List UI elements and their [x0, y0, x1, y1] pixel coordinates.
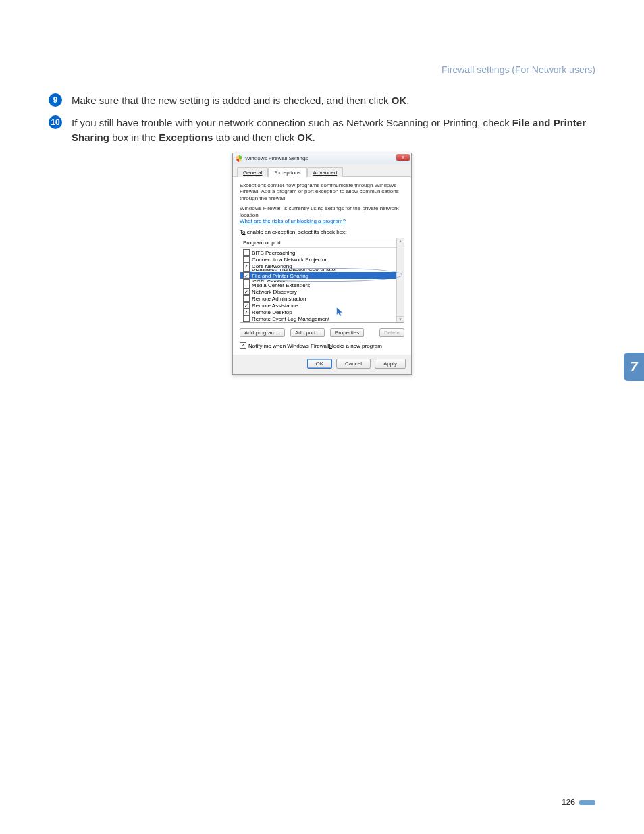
dialog-tabs: General Exceptions Advanced — [233, 164, 411, 177]
list-item-checkbox[interactable] — [243, 315, 250, 322]
step-10-mid2: tab and then click — [213, 132, 297, 143]
list-item-label: File and Printer Sharing — [252, 273, 308, 279]
list-item[interactable]: BITS Peercaching — [240, 249, 404, 256]
delete-button[interactable]: Delete — [379, 328, 404, 337]
list-item[interactable]: ✓Remote Assistance — [240, 302, 404, 309]
step-9-number: 9 — [49, 93, 62, 107]
tab-exceptions[interactable]: Exceptions — [268, 167, 306, 177]
step-9-text: Make sure that the new setting is added … — [72, 93, 409, 109]
step-10-pre: If you still have trouble with your netw… — [72, 117, 512, 128]
step-10-text: If you still have trouble with your netw… — [72, 115, 595, 146]
list-item[interactable]: Media Center Extenders — [240, 282, 404, 288]
apply-button[interactable]: Apply — [375, 359, 406, 369]
list-item-checkbox[interactable]: ✓ — [243, 263, 250, 269]
dialog-desc1: Exceptions control how programs communic… — [240, 182, 404, 202]
dialog-desc2-pre: Windows Firewall is currently using sett… — [240, 205, 399, 218]
list-item-checkbox[interactable] — [243, 249, 250, 256]
list-item[interactable]: Remote Event Log Management — [240, 315, 404, 322]
list-item-checkbox[interactable]: ✓ — [243, 302, 250, 309]
list-item-checkbox[interactable]: ✓ — [243, 309, 250, 315]
list-scrollbar[interactable]: ▲ ▼ — [396, 238, 404, 322]
list-item-label: Connect to a Network Projector — [252, 257, 327, 263]
step-9-bold: OK — [392, 95, 407, 106]
scroll-down-icon[interactable]: ▼ — [397, 316, 404, 322]
step-10: 10 If you still have trouble with your n… — [49, 115, 595, 146]
dialog-titlebar: Windows Firewall Settings x — [233, 153, 411, 164]
list-item[interactable]: Connect to a Network Projector — [240, 256, 404, 263]
tab-advanced-label: Advanced — [313, 170, 338, 176]
list-item-checkbox[interactable]: ✓ — [243, 288, 250, 295]
list-item-checkbox[interactable] — [243, 282, 250, 288]
step-9-pre: Make sure that the new setting is added … — [72, 95, 392, 106]
list-item[interactable]: ✓File and Printer Sharing — [240, 272, 404, 279]
page-header-right: Firewall settings (For Network users) — [441, 64, 595, 75]
step-9: 9 Make sure that the new setting is adde… — [49, 93, 595, 109]
add-port-button[interactable]: Add port... — [290, 328, 325, 337]
list-item[interactable]: ✓Remote Desktop — [240, 309, 404, 315]
list-item-label: Remote Event Log Management — [252, 316, 329, 322]
list-item[interactable]: Remote Scheduled Tasks Management — [240, 322, 404, 323]
page-number: 126 — [562, 798, 595, 807]
list-item-label: Remote Scheduled Tasks Management — [252, 323, 346, 323]
list-column-header: Program or port — [240, 238, 404, 248]
list-item-label: Remote Assistance — [252, 303, 298, 309]
dialog-body: Exceptions control how programs communic… — [233, 177, 411, 355]
dialog-title-text: Windows Firewall Settings — [245, 155, 308, 161]
dialog-footer: OK Cancel Apply — [233, 355, 411, 374]
dialog-desc2-link[interactable]: What are the risks of unblocking a progr… — [240, 218, 346, 224]
step-10-number: 10 — [49, 115, 62, 129]
tab-general[interactable]: General — [237, 167, 268, 177]
list-item-label: Core Networking — [252, 263, 292, 269]
cancel-button[interactable]: Cancel — [336, 359, 371, 369]
properties-button[interactable]: Properties — [330, 328, 364, 337]
notify-label-pre: Notify me when Windows Firewall — [248, 343, 329, 349]
notify-checkbox-row[interactable]: ✓ Notify me when Windows Firewall blocks… — [240, 342, 404, 349]
list-item-checkbox[interactable]: ✓ — [243, 272, 250, 279]
close-button[interactable]: x — [396, 154, 410, 161]
list-item-checkbox[interactable] — [243, 256, 250, 263]
dialog-enable-label: To To enable an exception, select its ch… — [240, 229, 404, 235]
tab-advanced[interactable]: Advanced — [307, 167, 344, 177]
list-item-label: Remote Administration — [252, 296, 306, 302]
list-item-checkbox[interactable] — [243, 295, 250, 302]
list-item-checkbox[interactable] — [243, 322, 250, 323]
notify-label-post: locks a new program — [332, 343, 382, 349]
add-program-button[interactable]: Add program... — [240, 328, 285, 337]
step-9-post: . — [406, 95, 409, 106]
list-item-label: Network Discovery — [252, 289, 297, 295]
step-10-bold2: Exceptions — [159, 132, 213, 143]
list-item-label: BITS Peercaching — [252, 250, 295, 256]
shield-icon — [236, 155, 242, 162]
dialog-button-row: Add program... Add port... Properties De… — [240, 328, 404, 337]
step-10-post: . — [313, 132, 315, 143]
chapter-side-tab: 7 — [624, 353, 644, 381]
notify-checkbox[interactable]: ✓ — [240, 342, 246, 349]
ok-button[interactable]: OK — [307, 359, 333, 369]
tab-general-label: General — [243, 170, 262, 176]
cursor-arrow-icon — [336, 307, 344, 317]
scroll-up-icon[interactable]: ▲ — [397, 238, 404, 244]
firewall-dialog: Windows Firewall Settings x General Exce… — [232, 153, 412, 375]
step-10-mid1: box in the — [109, 132, 159, 143]
list-item-label: iSCSI Service — [252, 279, 285, 282]
list-item[interactable]: ✓Network Discovery — [240, 288, 404, 295]
step-10-bold3: OK — [297, 132, 313, 143]
dialog-desc2: Windows Firewall is currently using sett… — [240, 205, 404, 225]
list-item[interactable]: ✓Core Networking — [240, 263, 404, 269]
list-item[interactable]: Remote Administration — [240, 295, 404, 302]
list-item-label: Distributed Transaction Coordinator — [252, 269, 337, 272]
list-item-label: Media Center Extenders — [252, 282, 310, 288]
exceptions-listbox[interactable]: Program or port BITS PeercachingConnect … — [240, 238, 404, 323]
list-item-label: Remote Desktop — [252, 309, 292, 315]
